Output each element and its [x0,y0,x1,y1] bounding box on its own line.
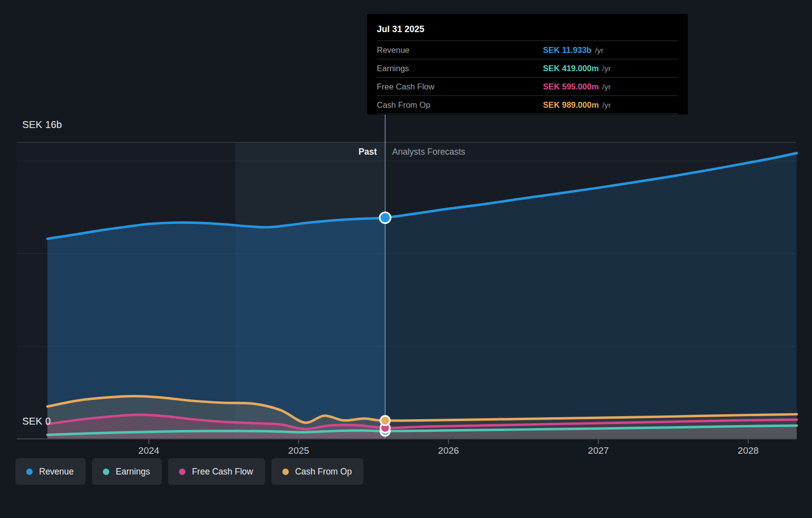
x-tick-2026: 2026 [438,445,459,456]
free-cash-flow-dot-icon [179,469,185,475]
tooltip-date: Jul 31 2025 [377,18,678,41]
x-tick-2024: 2024 [138,445,159,456]
past-section-label: Past [0,142,377,161]
legend-chip-revenue[interactable]: Revenue [15,458,86,485]
cash-from-op-marker[interactable] [380,416,390,425]
tooltip-suffix: /yr [602,101,611,109]
legend-label: Cash From Op [295,467,352,477]
x-tick-2027: 2027 [588,445,609,456]
x-tick-2025: 2025 [288,445,309,456]
earnings-dot-icon [103,469,109,475]
x-tick-2028: 2028 [738,445,759,456]
tooltip-suffix: /yr [595,46,603,54]
forecast-section-label: Analysts Forecasts [392,142,465,161]
chart-tooltip: Jul 31 2025 Revenue SEK 11.933b/yr Earni… [367,14,688,115]
tooltip-row-free-cash-flow: Free Cash Flow SEK 595.000m/yr [377,77,678,95]
tooltip-row-earnings: Earnings SEK 419.000m/yr [377,59,678,77]
y-axis-zero-label: SEK 0 [22,416,51,427]
legend-chip-cash-from-op[interactable]: Cash From Op [271,458,364,485]
earnings-revenue-growth-chart: SEK 16b SEK 0 Past Analysts Forecasts 20… [0,0,812,518]
tooltip-row-cash-from-op: Cash From Op SEK 989.000m/yr [377,95,678,114]
tooltip-suffix: /yr [602,83,611,91]
revenue-dot-icon [26,469,33,475]
chart-legend: Revenue Earnings Free Cash Flow Cash Fro… [15,458,363,485]
tooltip-value: SEK 595.000m [543,82,599,91]
tooltip-label: Free Cash Flow [377,82,434,91]
legend-label: Free Cash Flow [192,467,253,477]
y-axis-max-label: SEK 16b [22,119,62,130]
tooltip-value: SEK 419.000m [543,64,599,73]
cash-from-op-dot-icon [282,469,289,475]
legend-chip-free-cash-flow[interactable]: Free Cash Flow [168,458,265,485]
revenue-marker[interactable] [380,213,391,223]
legend-chip-earnings[interactable]: Earnings [92,458,162,485]
tooltip-value: SEK 989.000m [543,100,599,109]
tooltip-label: Revenue [377,45,409,55]
tooltip-row-revenue: Revenue SEK 11.933b/yr [377,41,678,59]
tooltip-suffix: /yr [602,64,611,73]
tooltip-label: Cash From Op [377,100,430,110]
tooltip-label: Earnings [377,64,409,73]
tooltip-value: SEK 11.933b [543,45,591,54]
legend-label: Earnings [116,467,150,477]
legend-label: Revenue [39,467,74,477]
